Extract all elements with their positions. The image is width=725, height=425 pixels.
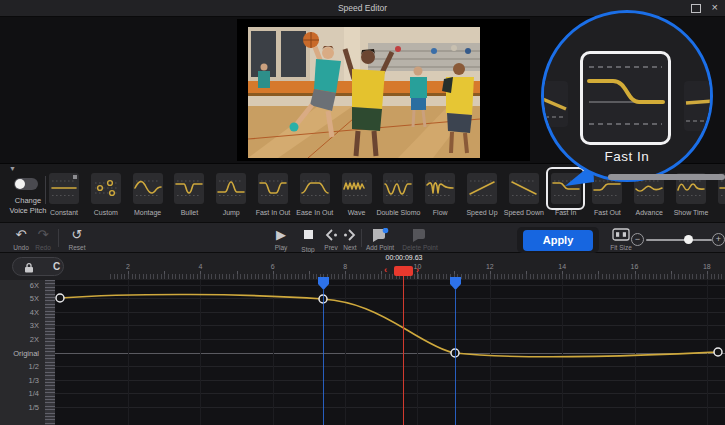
close-icon[interactable]: × xyxy=(712,1,718,14)
ruler-number: 8 xyxy=(343,263,347,270)
basketball-video-frame xyxy=(248,27,480,158)
timeline-ruler[interactable]: C 24681012141618 00:00:09.63 ‹ › xyxy=(0,253,725,280)
default-badge xyxy=(73,175,77,179)
timecode: 00:00:09.63 xyxy=(354,254,454,261)
zoom-out-icon[interactable]: − xyxy=(631,233,644,246)
playhead-line[interactable] xyxy=(403,276,404,425)
speed-axis: 6X5X4X3X2XOriginal1/21/31/41/5 xyxy=(0,280,45,425)
preset-thumb-constant[interactable] xyxy=(49,173,79,204)
render-c-icon[interactable]: C xyxy=(53,261,60,272)
speed-axis-label: 1/4 xyxy=(29,389,39,398)
preset-scrollbar-thumb[interactable] xyxy=(608,174,725,180)
redo-button[interactable]: ↷ Redo xyxy=(26,228,60,251)
delete-point-icon xyxy=(398,228,442,242)
add-point-button[interactable]: Add Point xyxy=(360,228,400,251)
speed-axis-label: 2X xyxy=(30,334,39,343)
redo-icon: ↷ xyxy=(26,228,60,242)
zoom-in-icon[interactable]: + xyxy=(712,233,725,246)
ruler-number: 14 xyxy=(558,263,566,270)
speed-curve[interactable] xyxy=(55,278,725,425)
keyframe-pin[interactable] xyxy=(318,277,329,290)
speed-axis-label: 3X xyxy=(30,321,39,330)
ruler-number: 12 xyxy=(486,263,494,270)
zoom-slider-thumb[interactable] xyxy=(684,235,693,244)
lock-render-pill: C xyxy=(12,257,64,276)
speed-axis-label: 4X xyxy=(30,307,39,316)
preset-thumb-custom[interactable] xyxy=(91,173,121,204)
apply-button[interactable]: Apply xyxy=(523,230,593,251)
speed-axis-label: 1/5 xyxy=(29,403,39,412)
keyframe-pin-line xyxy=(455,290,456,425)
playhead-left-arrow-icon[interactable]: ‹ xyxy=(384,265,387,275)
keyframe-pin-line xyxy=(323,290,324,425)
reset-button[interactable]: ↺ Reset xyxy=(60,228,94,251)
divider xyxy=(58,229,59,247)
speed-axis-label: Original xyxy=(13,348,39,357)
ruler-number: 4 xyxy=(198,263,202,270)
speed-axis-label: 6X xyxy=(30,280,39,289)
fast-in-callout-circle: Fast In xyxy=(541,10,713,182)
ruler-number: 18 xyxy=(703,263,711,270)
preset-thumb-ease-in-out[interactable] xyxy=(300,173,330,204)
speed-curve-graph[interactable]: 6X5X4X3X2XOriginal1/21/31/41/5 xyxy=(0,280,725,425)
zoom-slider-track[interactable] xyxy=(646,239,712,241)
preset-thumb-fast-in-out[interactable] xyxy=(258,173,288,204)
preset-thumb-jump[interactable] xyxy=(216,173,246,204)
preset-thumb-montage[interactable] xyxy=(133,173,163,204)
video-preview[interactable] xyxy=(237,19,530,161)
speed-axis-label: 1/3 xyxy=(29,375,39,384)
preset-thumb-double-slomo[interactable] xyxy=(383,173,413,204)
ruler-number: 6 xyxy=(271,263,275,270)
vertical-tick-ruler xyxy=(45,280,55,425)
toolbar: ↶ Undo ↷ Redo ↺ Reset ▶ Play Stop Prev N… xyxy=(0,222,725,253)
ruler-number: 2 xyxy=(126,263,130,270)
speed-axis-label: 5X xyxy=(30,294,39,303)
preset-label: Show Time xyxy=(659,209,723,216)
ruler-number: 16 xyxy=(631,263,639,270)
keyframe-pin[interactable] xyxy=(450,277,461,290)
preset-thumb-wave[interactable] xyxy=(342,173,372,204)
reset-icon: ↺ xyxy=(60,228,94,242)
add-point-icon xyxy=(360,228,400,242)
speed-editor-window: Speed Editor × xyxy=(0,0,725,425)
fast-in-enlarged-thumbnail xyxy=(580,51,671,145)
keyframe-points[interactable] xyxy=(56,294,722,357)
preset-thumb-speed-down[interactable] xyxy=(509,173,539,204)
preset-thumb-speed-up[interactable] xyxy=(467,173,497,204)
playhead-right-arrow-icon[interactable]: › xyxy=(416,265,419,275)
preset-thumb-bullet[interactable] xyxy=(174,173,204,204)
maximize-icon[interactable] xyxy=(691,4,701,13)
callout-neighbor-left xyxy=(541,81,568,127)
lock-icon[interactable] xyxy=(22,262,36,273)
speed-axis-label: 1/2 xyxy=(29,362,39,371)
preset-thumb-flow[interactable] xyxy=(425,173,455,204)
playhead-handle[interactable] xyxy=(394,266,413,276)
delete-point-button[interactable]: Delete Point xyxy=(398,228,442,251)
